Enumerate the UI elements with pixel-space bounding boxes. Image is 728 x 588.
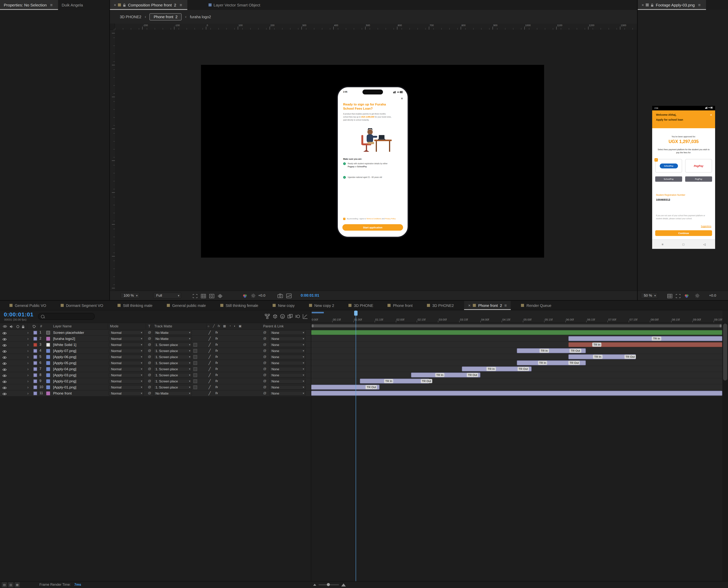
effects-badge[interactable]: fx: [215, 378, 218, 384]
column-parent-link[interactable]: Parent & Link: [263, 323, 284, 329]
track-matte-select[interactable]: 1. Screen place▾: [153, 361, 192, 365]
layer-name[interactable]: [White Solid 1]: [53, 342, 107, 348]
layer-row-8[interactable]: ›8[Apply-03.png]Normal▾@1. Screen place▾…: [0, 372, 311, 378]
layer-marker-chip[interactable]: TR Out: [517, 367, 529, 371]
breadcrumb-furaha-logo2[interactable]: furaha logo2: [190, 15, 211, 19]
effects-badge[interactable]: fx: [215, 384, 218, 390]
column-switches-icons[interactable]: ☼╱fx▦◔◐▣: [207, 323, 242, 329]
transparency-grid-icon[interactable]: [201, 293, 207, 298]
layer-marker-chip[interactable]: TR In: [592, 342, 601, 347]
zoom-in-icon[interactable]: [341, 583, 346, 586]
resolution-select[interactable]: Full▾: [153, 293, 181, 298]
playhead-handle[interactable]: [354, 311, 358, 316]
timeline-search[interactable]: [38, 313, 95, 320]
parent-pickwhip-icon[interactable]: @: [263, 384, 266, 390]
zoom-slider-knob[interactable]: [327, 583, 330, 586]
layer-row-11[interactable]: ›11Phone frontNormal▾@No Matte▾╱fx@None▾: [0, 390, 311, 396]
layer-marker-chip[interactable]: TR In: [652, 336, 661, 341]
track-matte-select[interactable]: No Matte▾: [153, 391, 192, 396]
matte-toggle[interactable]: [193, 385, 197, 389]
column-number[interactable]: #: [40, 323, 42, 329]
layer-visibility-toggle[interactable]: [2, 392, 7, 397]
region-of-interest-icon[interactable]: [676, 293, 682, 298]
layer-color-swatch[interactable]: [34, 392, 37, 395]
panel-menu-icon[interactable]: ≡: [48, 3, 54, 7]
panel-menu-icon[interactable]: ≡: [697, 3, 702, 7]
magnification-select[interactable]: 100 %▾: [120, 293, 139, 298]
matte-pickwhip-icon[interactable]: @: [148, 336, 151, 341]
expand-layer-icon[interactable]: ›: [27, 360, 29, 366]
layer-duration-bar[interactable]: [311, 330, 722, 335]
matte-pickwhip-icon[interactable]: @: [148, 348, 151, 354]
parent-link-select[interactable]: None▾: [269, 342, 306, 347]
blend-mode-select[interactable]: Normal▾: [109, 385, 144, 390]
layer-duration-bar[interactable]: [568, 336, 722, 341]
work-area-bar[interactable]: [312, 324, 722, 328]
layer-row-2[interactable]: ›2[furaha logo2]Normal▾@No Matte▾╱fx@Non…: [0, 336, 311, 342]
parent-link-select[interactable]: None▾: [269, 336, 306, 341]
layer-row-6[interactable]: ›6[Apply-05.png]Normal▾@1. Screen place▾…: [0, 360, 311, 366]
matte-pickwhip-icon[interactable]: @: [148, 384, 151, 390]
matte-toggle[interactable]: [193, 367, 197, 371]
layer-marker-chip[interactable]: TR In: [487, 367, 496, 371]
tab-composition-phone-front-2[interactable]: × Composition Phone front 2 ≡: [110, 0, 187, 10]
column-t[interactable]: T: [148, 323, 150, 329]
quality-toggle[interactable]: ╱: [208, 384, 211, 390]
track-matte-select[interactable]: No Matte▾: [153, 336, 192, 341]
label-column-icon[interactable]: [32, 323, 36, 331]
parent-link-select[interactable]: None▾: [269, 385, 306, 390]
effects-badge[interactable]: fx: [215, 372, 218, 378]
layer-row-4[interactable]: ›4[Apply-07.png]Normal▾@1. Screen place▾…: [0, 348, 311, 354]
timeline-tab-3d-phone[interactable]: 3D PHONE: [345, 301, 377, 310]
parent-link-select[interactable]: None▾: [269, 361, 306, 365]
3d-layer-icon[interactable]: ▣: [239, 323, 242, 329]
column-mode[interactable]: Mode: [110, 323, 118, 329]
track-matte-select[interactable]: 1. Screen place▾: [153, 342, 192, 347]
layer-row-5[interactable]: ›5[Apply-06.png]Normal▾@1. Screen place▾…: [0, 354, 311, 360]
layer-name[interactable]: [furaha logo2]: [53, 336, 107, 341]
timeline-ruler[interactable]: 0:00f00:15f01:00f01:15f02:00f02:15f03:00…: [311, 310, 722, 323]
layer-marker-chip[interactable]: TR In: [435, 373, 444, 377]
toggle-in-out-columns-icon[interactable]: ▦: [15, 582, 20, 587]
timeline-tab-new-copy[interactable]: New copy: [268, 301, 299, 310]
matte-toggle[interactable]: [193, 355, 197, 359]
parent-pickwhip-icon[interactable]: @: [263, 348, 266, 354]
track-matte-select[interactable]: 1. Screen place▾: [153, 373, 192, 377]
blend-mode-select[interactable]: Normal▾: [109, 361, 144, 365]
eye-column-icon[interactable]: [3, 323, 7, 330]
parent-pickwhip-icon[interactable]: @: [263, 354, 266, 360]
vertical-ruler[interactable]: [110, 29, 115, 291]
motion-blur-icon[interactable]: [295, 314, 300, 319]
scrollbar-thumb[interactable]: [723, 323, 727, 380]
parent-pickwhip-icon[interactable]: @: [263, 372, 266, 378]
layer-color-swatch[interactable]: [34, 343, 37, 347]
layer-marker-chip[interactable]: TR In: [384, 379, 393, 383]
matte-toggle[interactable]: [193, 349, 197, 353]
matte-pickwhip-icon[interactable]: @: [148, 378, 151, 384]
quality-toggle[interactable]: ╱: [208, 372, 211, 378]
expand-layer-icon[interactable]: ›: [27, 342, 29, 348]
layer-duration-bar[interactable]: [311, 391, 722, 396]
composition-mini-flowchart-icon[interactable]: [265, 314, 270, 319]
layer-color-swatch[interactable]: [34, 385, 37, 389]
layer-name[interactable]: [Apply-05.png]: [53, 360, 107, 366]
parent-link-select[interactable]: None▾: [269, 355, 306, 359]
breadcrumb-phone-front-2[interactable]: Phone front 2: [150, 13, 182, 20]
timeline-tab-general-public-vo[interactable]: General Public VO: [5, 301, 50, 310]
tab-footage-apply-03[interactable]: × Footage Apply-03.png ≡: [638, 0, 706, 10]
grid-and-guides-icon[interactable]: [218, 293, 224, 298]
track-matte-select[interactable]: 1. Screen place▾: [153, 385, 192, 390]
blend-mode-select[interactable]: Normal▾: [109, 349, 144, 353]
footage-panel-body[interactable]: 2:04 Welcome Ahhaj, Apply for school loa…: [638, 10, 728, 291]
work-area-in-marker[interactable]: [312, 312, 324, 313]
expand-layer-icon[interactable]: ›: [27, 354, 29, 360]
layer-row-9[interactable]: ›9[Apply-02.png]Normal▾@1. Screen place▾…: [0, 378, 311, 384]
layer-row-10[interactable]: ›10[Apply-01.png]Normal▾@1. Screen place…: [0, 384, 311, 390]
quality-toggle[interactable]: ╱: [208, 390, 211, 396]
timeline-tab-new-copy-2[interactable]: New copy 2: [305, 301, 338, 310]
timeline-tab-3d-phone2[interactable]: 3D PHONE2: [423, 301, 458, 310]
timeline-tab-still-thinking-female[interactable]: Still thinking female: [216, 301, 262, 310]
layer-name[interactable]: Screen placeholder: [53, 330, 107, 335]
adjustment-layer-icon[interactable]: ◐: [234, 323, 236, 329]
quality-icon[interactable]: ╱: [213, 323, 215, 329]
